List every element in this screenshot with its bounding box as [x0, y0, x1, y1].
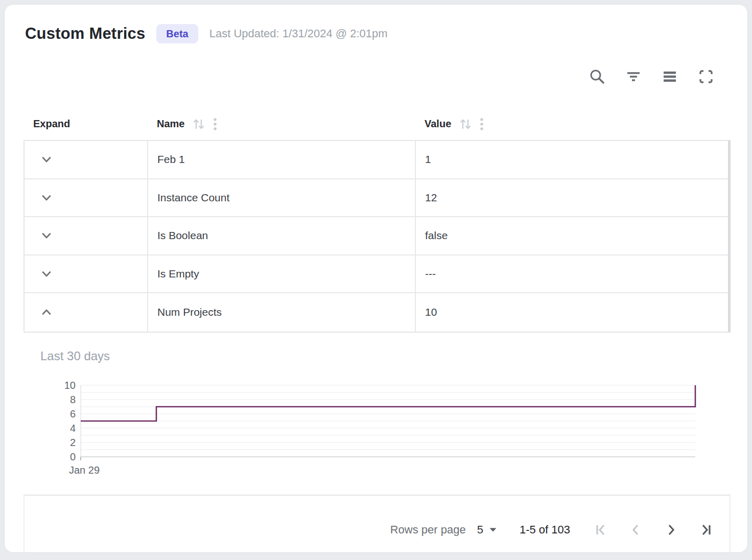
table-row: Is Boolean false [25, 217, 728, 255]
beta-badge: Beta [156, 24, 198, 43]
chevron-down-icon [40, 153, 53, 166]
next-page-button[interactable] [661, 520, 680, 540]
svg-text:6: 6 [70, 408, 76, 419]
sort-name-button[interactable]: Name [157, 118, 206, 131]
density-icon [661, 68, 678, 85]
column-label: Expand [33, 118, 70, 130]
row-name: Is Empty [157, 268, 199, 280]
pager-controls [592, 520, 715, 540]
table-row: Is Empty --- [25, 255, 728, 294]
metric-value-cell: 10 [415, 293, 728, 332]
column-label: Name [157, 118, 184, 130]
chevron-down-icon [40, 191, 53, 204]
svg-text:2: 2 [70, 437, 76, 448]
value-column-menu-button[interactable] [480, 117, 484, 131]
expand-button[interactable] [38, 304, 55, 320]
expand-button[interactable] [38, 227, 55, 244]
num-projects-step-chart: 0246810Jan 29 [56, 381, 704, 478]
name-column-menu-button[interactable] [213, 117, 217, 131]
svg-text:Jan 29: Jan 29 [69, 464, 100, 476]
rows-per-page-select[interactable]: 5 [477, 523, 497, 536]
sort-icon [458, 118, 473, 131]
column-label: Value [425, 118, 451, 130]
dropdown-caret-icon [489, 527, 497, 532]
fullscreen-icon [697, 68, 715, 85]
page-title: Custom Metrics [25, 25, 145, 43]
page-header: Custom Metrics Beta Last Updated: 1/31/2… [25, 24, 388, 43]
search-icon [589, 68, 606, 85]
rows-per-page-value: 5 [477, 523, 483, 536]
first-page-icon [594, 522, 609, 538]
rows-per-page-label: Rows per page [390, 523, 466, 536]
metric-value-cell: false [415, 217, 728, 254]
table-row: Feb 1 1 [25, 141, 728, 179]
expand-button[interactable] [38, 151, 55, 168]
row-name: Instance Count [157, 192, 229, 204]
metric-value-cell: 1 [415, 141, 728, 178]
last-page-button[interactable] [696, 520, 715, 540]
custom-metrics-card: Custom Metrics Beta Last Updated: 1/31/2… [4, 4, 748, 553]
expand-cell [25, 255, 147, 293]
row-value: false [425, 229, 448, 242]
expand-button[interactable] [38, 190, 55, 206]
grid-toolbar [589, 68, 715, 85]
last-page-icon [698, 522, 713, 538]
column-menu-dots-icon [213, 117, 217, 131]
table-header-row: Expand Name Value [24, 108, 731, 140]
pagination-range-label: 1-5 of 103 [520, 523, 570, 536]
fullscreen-button[interactable] [697, 68, 715, 85]
row-value: 10 [425, 306, 437, 318]
svg-text:0: 0 [70, 451, 76, 462]
previous-page-button[interactable] [626, 520, 646, 540]
chevron-down-icon [40, 229, 53, 242]
sort-value-button[interactable]: Value [425, 118, 473, 131]
row-name: Num Projects [157, 306, 222, 318]
expand-cell [25, 141, 147, 178]
chevron-right-icon [663, 522, 678, 538]
metric-name-cell: Is Boolean [147, 217, 415, 254]
table-body: Feb 1 1 Instance Count 12 [24, 140, 731, 333]
column-header-name: Name [147, 117, 415, 131]
row-value: 12 [425, 192, 437, 204]
row-value: 1 [425, 153, 431, 166]
expand-button[interactable] [38, 266, 55, 282]
metric-value-cell: 12 [415, 179, 728, 217]
row-name: Feb 1 [157, 153, 185, 166]
sort-icon [191, 118, 206, 131]
expand-cell [25, 293, 147, 332]
chevron-left-icon [628, 522, 644, 538]
expand-cell [25, 179, 147, 217]
search-button[interactable] [589, 68, 606, 85]
filter-button[interactable] [625, 68, 642, 85]
first-page-button[interactable] [592, 520, 611, 540]
last-updated-text: Last Updated: 1/31/2024 @ 2:01pm [209, 27, 388, 40]
column-header-value: Value [415, 117, 731, 131]
expand-cell [25, 217, 147, 254]
column-menu-dots-icon [480, 117, 484, 131]
svg-text:4: 4 [70, 423, 76, 434]
metric-name-cell: Num Projects [147, 293, 415, 332]
metric-name-cell: Feb 1 [147, 141, 415, 178]
chevron-down-icon [40, 267, 53, 281]
metric-name-cell: Instance Count [147, 179, 415, 217]
metric-name-cell: Is Empty [147, 255, 415, 293]
pagination-footer: Rows per page 5 1-5 of 103 [24, 495, 731, 553]
metric-value-cell: --- [415, 255, 728, 293]
row-name: Is Boolean [157, 229, 208, 242]
table-row: Num Projects 10 [25, 293, 728, 332]
svg-text:8: 8 [70, 394, 76, 405]
column-header-expand: Expand [24, 118, 147, 130]
density-button[interactable] [661, 68, 678, 85]
chart-title: Last 30 days [40, 349, 110, 363]
svg-text:10: 10 [64, 381, 76, 391]
table-row: Instance Count 12 [25, 179, 728, 218]
filter-icon [625, 68, 642, 85]
chevron-up-icon [40, 306, 53, 319]
row-value: --- [425, 268, 436, 280]
